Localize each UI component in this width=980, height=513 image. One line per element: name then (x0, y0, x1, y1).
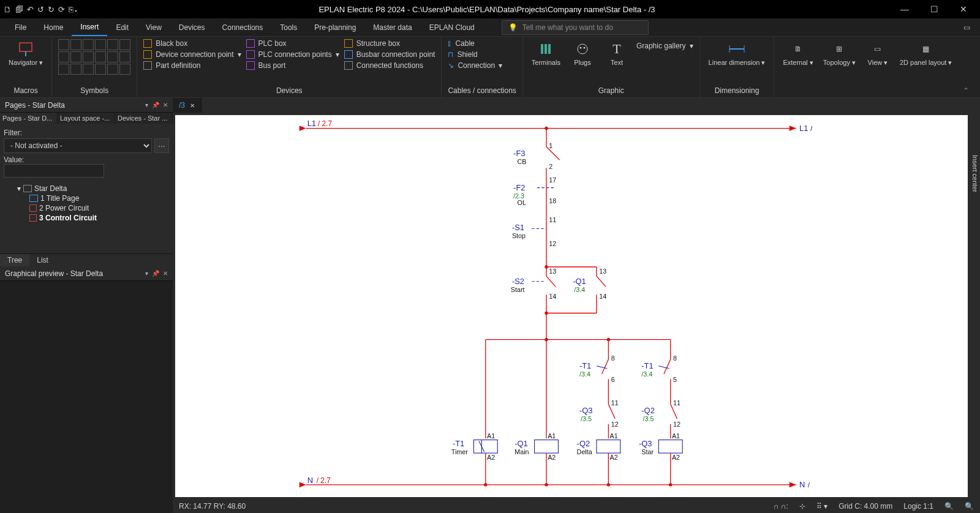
document-tab[interactable]: /3✕ (173, 98, 202, 113)
svg-text:12: 12 (611, 421, 619, 428)
qat-refresh-icon[interactable]: ⟳ (58, 5, 65, 14)
tree-page-1[interactable]: 1 Title Page (2, 193, 170, 203)
tree-tab[interactable]: Tree (0, 254, 29, 266)
shield-button[interactable]: ⊓Shield (448, 50, 502, 59)
navigator-label: Navigator (9, 59, 37, 66)
tab-cloud[interactable]: EPLAN Cloud (421, 20, 483, 36)
tree-page-3[interactable]: 3 Control Circuit (2, 213, 170, 223)
qat-redo-icon[interactable]: ↻ (48, 5, 55, 14)
qat-undo-back-icon[interactable]: ↺ (37, 5, 44, 14)
list-tab[interactable]: List (29, 254, 56, 266)
ribbon-collapse-icon[interactable]: ⌃ (960, 37, 971, 97)
gallery-button[interactable]: Graphic gallery ▾ (636, 42, 693, 50)
structbox-button[interactable]: Structure box (344, 39, 435, 48)
svg-point-5 (578, 44, 587, 54)
preview-pin-icon[interactable]: 📌 (152, 270, 159, 277)
plcconn-button[interactable]: PLC connection points ▾ (246, 50, 339, 59)
preview-dropdown-icon[interactable]: ▾ (145, 270, 148, 277)
plcbox-button[interactable]: PLC box (246, 39, 339, 48)
minimize-button[interactable]: — (895, 4, 914, 14)
svg-rect-4 (548, 44, 551, 54)
search-placeholder: Tell me what you want to do (522, 23, 613, 32)
terminals-button[interactable]: Terminals (529, 39, 563, 67)
value-input[interactable] (4, 164, 104, 178)
navigator-button[interactable]: Navigator ▾ (6, 39, 45, 67)
subtab-devices[interactable]: Devices - Star ... (115, 113, 173, 124)
panel-close-icon[interactable]: ✕ (163, 102, 168, 108)
insert-center-dock[interactable]: Insert center (968, 113, 980, 235)
qat-copy-icon[interactable]: 🗐 (15, 5, 23, 14)
status-logic: Logic 1:1 (903, 502, 933, 511)
svg-text:11: 11 (549, 216, 556, 223)
view-button[interactable]: ▭View ▾ (863, 39, 892, 67)
tab-home[interactable]: Home (35, 20, 72, 36)
panel-pin-icon[interactable]: 📌 (152, 102, 159, 108)
ribbon: Navigator ▾ Macros Symbols Black box Dev… (0, 37, 980, 98)
connection-button[interactable]: ↘Connection ▾ (448, 61, 502, 70)
devconnpt-button[interactable]: Device connection point ▾ (143, 50, 241, 59)
ribbon-display-options[interactable]: ▭ (963, 23, 974, 32)
svg-text:N: N (307, 476, 313, 485)
external-button[interactable]: 🗎External ▾ (780, 39, 815, 67)
symbol-grid[interactable] (58, 39, 130, 75)
tab-preplanning[interactable]: Pre-planning (306, 20, 364, 36)
status-points-icon[interactable]: ⠿ ▾ (816, 502, 827, 511)
text-button[interactable]: TText (602, 39, 631, 67)
svg-text:12: 12 (673, 421, 680, 428)
subtab-pages[interactable]: Pages - Star D... (0, 113, 58, 124)
status-zoom-out-icon[interactable]: 🔍 (944, 502, 954, 511)
shield-icon: ⊓ (448, 50, 453, 59)
busbarconn-button[interactable]: Busbar connection point (344, 50, 435, 59)
tree-page-2[interactable]: 2 Power Circuit (2, 203, 170, 213)
tab-devices[interactable]: Devices (170, 20, 214, 36)
svg-text:/3.4: /3.4 (574, 286, 585, 293)
lineardim-button[interactable]: Linear dimension ▾ (706, 39, 768, 67)
connfunc-button[interactable]: Connected functions (344, 61, 435, 70)
plugs-button[interactable]: Plugs (568, 39, 597, 67)
value-label: Value: (4, 155, 169, 164)
tab-edit[interactable]: Edit (107, 20, 137, 36)
tab-connections[interactable]: Connections (214, 20, 272, 36)
tab-file[interactable]: File (6, 20, 35, 36)
preview-close-icon[interactable]: ✕ (163, 270, 168, 277)
busport-button[interactable]: Bus port (246, 61, 339, 70)
subtab-layout[interactable]: Layout space -... (58, 113, 115, 124)
group-graphic-label: Graphic (529, 85, 693, 96)
topology-icon: ⊞ (831, 40, 848, 58)
tab-tools[interactable]: Tools (271, 20, 306, 36)
svg-text:-F3: -F3 (513, 149, 525, 158)
tab-masterdata[interactable]: Master data (364, 20, 420, 36)
panel2d-button[interactable]: ▦2D panel layout ▾ (897, 39, 955, 67)
tree-root[interactable]: ▾Star Delta (2, 184, 170, 193)
svg-point-121 (607, 483, 610, 486)
status-zoom-in-icon[interactable]: 🔍 (965, 502, 974, 511)
tab-close-icon[interactable]: ✕ (190, 102, 195, 109)
svg-marker-20 (790, 482, 796, 488)
svg-text:14: 14 (599, 293, 606, 300)
tab-insert[interactable]: Insert (72, 19, 107, 36)
devconn-icon (143, 50, 152, 59)
status-grid-icon[interactable]: ⊹ (799, 502, 805, 511)
filter-more-button[interactable]: … (154, 138, 169, 153)
tellme-search[interactable]: 💡 Tell me what you want to do (502, 20, 649, 35)
svg-text:A2: A2 (672, 454, 680, 461)
partdef-button[interactable]: Part definition (143, 61, 241, 70)
svg-text:8: 8 (611, 354, 615, 362)
preview-panel-title: Graphical preview - Star Delta (5, 269, 103, 278)
topology-button[interactable]: ⊞Topology ▾ (821, 39, 858, 67)
status-snap-icon[interactable]: ∩ ∩: (774, 502, 788, 511)
svg-text:L1: L1 (307, 119, 316, 128)
svg-point-73 (607, 338, 610, 341)
cable-button[interactable]: ⫿Cable (448, 39, 502, 48)
qat-undo-icon[interactable]: ↶ (27, 5, 34, 14)
qat-new-icon[interactable]: 🗋 (4, 5, 12, 14)
svg-rect-118 (597, 440, 620, 454)
maximize-button[interactable]: ☐ (925, 4, 943, 14)
filter-select[interactable]: - Not activated - (4, 138, 152, 153)
blackbox-button[interactable]: Black box (143, 39, 241, 48)
tab-view[interactable]: View (137, 20, 170, 36)
qat-settings-icon[interactable]: ⎘▾ (69, 5, 78, 14)
close-button[interactable]: ✕ (954, 4, 973, 14)
panel-dropdown-icon[interactable]: ▾ (145, 102, 148, 108)
drawing-canvas[interactable]: L1 / 2.7 L1 / N / 2.7 N / 1 2 (173, 113, 980, 500)
